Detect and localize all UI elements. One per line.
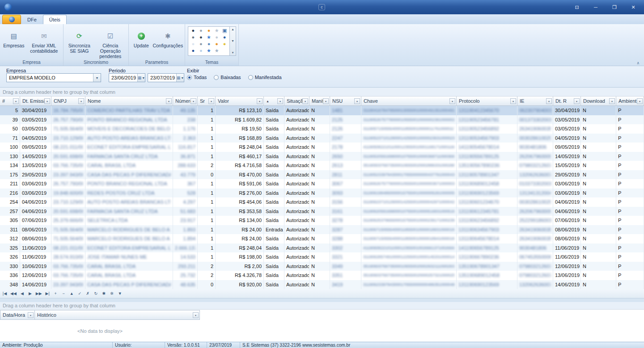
column-filter-icon[interactable]: ▾: [166, 98, 172, 104]
radio-todas[interactable]: Todas: [187, 75, 207, 80]
theme-icon-3[interactable]: ●: [205, 27, 213, 34]
column-header-valor[interactable]: Valor▾: [216, 96, 264, 105]
nav-insert-button[interactable]: +: [52, 289, 59, 298]
column-filter-icon[interactable]: ▾: [277, 98, 283, 104]
column-header-tipo[interactable]: ▲▾: [264, 96, 284, 105]
nav-next-button[interactable]: ▶: [27, 289, 34, 298]
column-filter-icon[interactable]: ▾: [28, 312, 34, 318]
empresas-button[interactable]: ▤ Empresas: [1, 25, 26, 59]
tab-dfe[interactable]: DFe: [21, 15, 43, 24]
theme-icon-17[interactable]: ●: [197, 47, 205, 54]
column-header-nome[interactable]: Nome▾: [85, 96, 173, 105]
nav-filter-button[interactable]: ▼: [117, 289, 123, 298]
nav-next-page-button[interactable]: ▶▶: [35, 289, 43, 298]
grid-row[interactable]: 21103/06/201926.757.790/0001-05PONTO BRA…: [0, 179, 644, 189]
nav-edit-button[interactable]: ▲: [68, 289, 75, 298]
group-by-panel[interactable]: Drag a column header here to group by th…: [0, 88, 644, 96]
column-header-dt_emissao[interactable]: Dt. Emissã▾: [20, 96, 51, 105]
sincroniza-button[interactable]: ⟳ Sincroniza SE SIAG: [65, 25, 94, 59]
nav-goto-bookmark-button[interactable]: ✲: [109, 289, 115, 298]
grid-row[interactable]: 32611/06/201928.574.910/0001-22JOSE ITAM…: [0, 252, 644, 262]
column-header-protocolo[interactable]: Protocolo▾: [457, 96, 517, 105]
grid-row[interactable]: 3903/05/201926.757.790/0001-05PONTO BRAN…: [0, 115, 644, 125]
nav-prior-page-button[interactable]: ◀◀: [9, 289, 17, 298]
theme-icon-8[interactable]: ★: [205, 34, 213, 41]
nav-post-button[interactable]: ✓: [76, 289, 83, 298]
grid-row[interactable]: 530/04/201916.784.795/0001-30COMERCIO PA…: [0, 106, 644, 115]
column-filter-icon[interactable]: ▾: [449, 98, 455, 104]
theme-icon-14[interactable]: ●: [213, 41, 221, 47]
theme-icon-11[interactable]: ●: [189, 41, 197, 47]
column-header-num[interactable]: #▾: [0, 96, 20, 105]
theme-icon-6[interactable]: ●: [189, 34, 197, 41]
column-header-manifes[interactable]: Manifes▾: [309, 96, 330, 105]
column-filter-icon[interactable]: ▾: [302, 98, 308, 104]
nav-first-button[interactable]: |◀: [1, 289, 8, 298]
nav-refresh-button[interactable]: ↻: [93, 289, 99, 298]
grid-row[interactable]: 21603/06/201919.848.600/0001-57REDES POS…: [0, 189, 644, 198]
column-header-cnpj[interactable]: CNPJ▾: [51, 96, 85, 105]
app-menu-tab[interactable]: [2, 15, 21, 24]
grid-row[interactable]: 33612/06/201903.766.735/0001-06CARAL BRA…: [0, 271, 644, 280]
theme-icon-1[interactable]: ●: [189, 27, 197, 34]
titlebar-center-icon[interactable]: c: [318, 4, 325, 10]
grid-row[interactable]: 5003/05/201971.505.564/0001-18MOVEIS E D…: [0, 124, 644, 134]
column-filter-icon[interactable]: ▾: [78, 98, 84, 104]
date-to-field[interactable]: 23/07/2019 ▦▼: [148, 73, 184, 82]
fit-window-icon[interactable]: ⊡: [573, 4, 580, 10]
theme-icon-2[interactable]: ●: [197, 27, 205, 34]
column-filter-icon[interactable]: ▾: [191, 98, 196, 104]
chevron-down-icon[interactable]: ▼: [93, 74, 101, 82]
grid-row[interactable]: 10009/05/201908.221.011/0001-23ECONET ED…: [0, 143, 644, 152]
grid-row[interactable]: 34814/06/201923.397.943/0001-70CASA DAS …: [0, 280, 644, 289]
column-header-ambiente[interactable]: Ambient▾: [616, 96, 644, 105]
grid-row[interactable]: 13014/05/201920.591.698/0001-07FARMACIA …: [0, 152, 644, 161]
column-filter-icon[interactable]: ▾: [13, 98, 19, 104]
radio-baixadas[interactable]: Baixadas: [214, 75, 241, 80]
history-column-header-histrico[interactable]: Histórico▾: [35, 310, 200, 320]
nav-prior-button[interactable]: ◀: [19, 289, 25, 298]
column-filter-icon[interactable]: ▾: [510, 98, 516, 104]
theme-icon-4[interactable]: ★: [213, 27, 221, 34]
empresa-combobox[interactable]: EMPRESA MODELO ▼: [6, 73, 101, 82]
grid-row[interactable]: 31108/06/201971.505.564/0001-18MARCELO R…: [0, 225, 644, 235]
close-icon[interactable]: ✕: [630, 4, 637, 10]
date-from-field[interactable]: 23/06/2019 ▦▼: [109, 73, 145, 82]
radio-manifestada[interactable]: Manifestada: [248, 75, 282, 80]
collapse-ribbon-icon[interactable]: ∧: [636, 61, 640, 65]
theme-icon-9[interactable]: ●: [213, 34, 221, 41]
nav-cancel-button[interactable]: ✗: [85, 289, 91, 298]
grid-row[interactable]: 17529/05/201923.397.943/0001-70CASA DAS …: [0, 170, 644, 180]
ciencia-operacao-button[interactable]: ☑ Ciência Operação pendentes: [94, 25, 127, 59]
grid-row[interactable]: 13413/05/201903.766.735/0001-06CARAL BRA…: [0, 161, 644, 170]
column-filter-icon[interactable]: ▾: [44, 98, 50, 104]
nav-last-button[interactable]: ▶|: [44, 289, 51, 298]
column-filter-icon[interactable]: ▾: [354, 98, 360, 104]
restore-icon[interactable]: ❐: [611, 4, 618, 10]
column-filter-icon[interactable]: ▾: [257, 98, 263, 104]
theme-icon-12[interactable]: ●: [197, 41, 205, 47]
column-filter-icon[interactable]: ▾: [323, 98, 329, 104]
theme-icon-18[interactable]: ★: [205, 47, 213, 54]
tab-uteis[interactable]: Úteis: [43, 15, 67, 24]
nav-delete-button[interactable]: −: [60, 289, 67, 298]
theme-icon-19[interactable]: ★: [213, 47, 221, 54]
column-header-chave[interactable]: Chave▾: [361, 96, 457, 105]
minimize-icon[interactable]: ─: [592, 4, 599, 10]
column-header-ie[interactable]: IE▾: [517, 96, 553, 105]
column-header-serie[interactable]: Sr▾: [198, 96, 216, 105]
column-filter-icon[interactable]: ▾: [637, 98, 643, 104]
theme-icon-13[interactable]: ●: [205, 41, 213, 47]
history-group-by-panel[interactable]: Drag a column header here to group by th…: [0, 302, 644, 310]
column-filter-icon[interactable]: ▾: [193, 312, 199, 318]
scroll-up-icon[interactable]: ▲: [231, 28, 234, 31]
grid-row[interactable]: 32511/06/201908.221.011/0001-23ECONET ED…: [0, 243, 644, 253]
column-header-situacao[interactable]: Situaçã▾: [284, 96, 309, 105]
grid-row[interactable]: 7104/05/201923.710.129/0001-42AUTO POSTO…: [0, 134, 644, 143]
history-column-header-datahora[interactable]: Data/Hora▾: [0, 310, 35, 320]
update-button[interactable]: + Update: [130, 25, 153, 59]
grid-row[interactable]: 25704/06/201920.591.698/0001-07FARMACIA …: [0, 207, 644, 216]
grid-row[interactable]: 31208/06/201971.505.564/0001-18MARCELO R…: [0, 234, 644, 243]
theme-icon-7[interactable]: ●: [197, 34, 205, 41]
scroll-down-icon[interactable]: ▼: [231, 39, 234, 42]
